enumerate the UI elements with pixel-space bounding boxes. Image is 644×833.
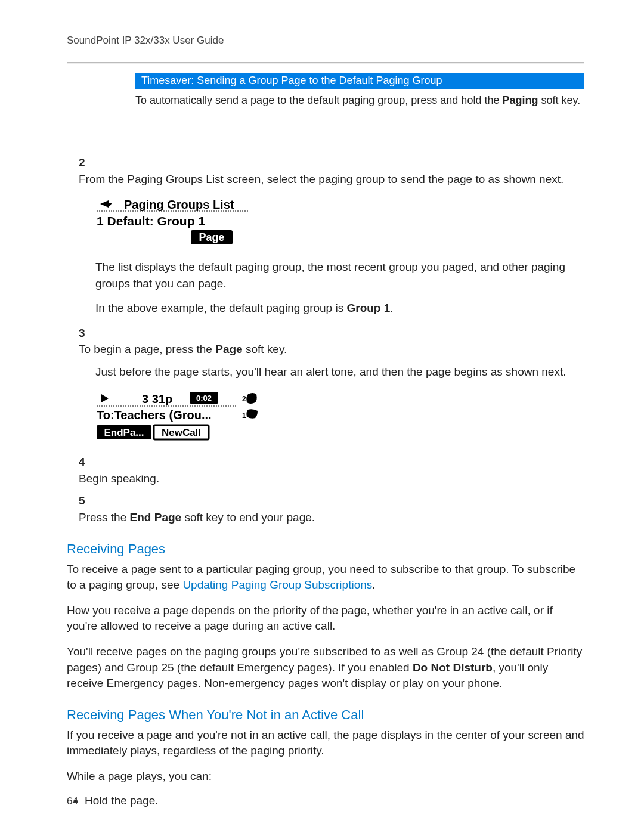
running-head: SoundPoint IP 32x/33x User Guide (67, 35, 584, 47)
lcd-svg: Paging Groups List 1 Default: Group 1 Pa… (95, 196, 250, 248)
para: If you receive a page and you're not in … (67, 727, 584, 759)
text: . (372, 578, 375, 591)
step-2-cont-1: The list displays the default paging gro… (95, 259, 584, 292)
bullet-list: Hold the page. (85, 794, 584, 807)
figure-paging-groups-list: Paging Groups List 1 Default: Group 1 Pa… (95, 196, 584, 248)
text: In the above example, the default paging… (95, 302, 346, 314)
lcd-time: 3 31p (142, 392, 172, 405)
step-2: 2 From the Paging Groups List screen, se… (79, 154, 584, 187)
header-rule (67, 62, 584, 64)
para: To receive a page sent to a particular p… (67, 562, 584, 593)
lcd-sk-newcall: NewCall (162, 427, 201, 438)
phone-icon (246, 410, 258, 419)
step-3: 3 To begin a page, press the Page soft k… (79, 325, 584, 358)
step-number: 5 (79, 493, 95, 509)
list-item: Hold the page. (85, 794, 584, 807)
phone-badge-2: 2 (242, 395, 246, 403)
timesaver-body-pre: To automatically send a page to the defa… (135, 94, 502, 106)
para: While a page plays, you can: (67, 769, 584, 785)
heading-receiving-not-active: Receiving Pages When You're Not in an Ac… (67, 707, 584, 723)
lcd-svg-2: 3 31p 0:02 2 1 To:Teachers (Grou... EndP… (95, 388, 268, 443)
lcd-title: Paging Groups List (124, 198, 234, 211)
step-2-cont-2: In the above example, the default paging… (95, 300, 584, 317)
timesaver-title-bar: Timesaver: Sending a Group Page to the D… (135, 73, 584, 89)
para: How you receive a page depends on the pr… (67, 603, 584, 634)
timesaver-body-bold: Paging (502, 94, 538, 106)
phone-icon (246, 393, 256, 404)
text-bold: End Page (130, 511, 182, 524)
text: . (390, 302, 393, 314)
step-5: 5 Press the End Page soft key to end you… (79, 493, 584, 525)
lcd-line1: 1 Default: Group 1 (97, 214, 205, 228)
step-text: To begin a page, press the Page soft key… (79, 341, 565, 358)
step-text: Press the End Page soft key to end your … (79, 509, 565, 526)
document-page: SoundPoint IP 32x/33x User Guide Timesav… (0, 0, 644, 833)
step-3-cont: Just before the page starts, you'll hear… (95, 364, 584, 380)
timesaver-body: To automatically send a page to the defa… (135, 89, 584, 107)
figure-active-page: 3 31p 0:02 2 1 To:Teachers (Grou... EndP… (95, 388, 584, 443)
step-text: Begin speaking. (79, 470, 565, 487)
text-bold: Page (215, 343, 242, 355)
text: Press the (79, 511, 130, 524)
step-number: 2 (79, 154, 95, 171)
timesaver-callout: Timesaver: Sending a Group Page to the D… (135, 73, 584, 107)
text: soft key. (243, 343, 287, 355)
para: You'll receive pages on the paging group… (67, 644, 584, 692)
step-text: From the Paging Groups List screen, sele… (79, 171, 565, 188)
timesaver-body-post: soft key. (538, 94, 580, 106)
text: To begin a page, press the (79, 343, 215, 355)
step-4: 4 Begin speaking. (79, 454, 584, 487)
lcd-softkey-page: Page (199, 231, 224, 243)
step-number: 3 (79, 325, 95, 342)
text: soft key to end your page. (181, 511, 315, 524)
link-updating-subscriptions[interactable]: Updating Paging Group Subscriptions (182, 578, 372, 591)
lcd-sk-endpage: EndPa... (104, 427, 144, 438)
page-number: 64 (67, 795, 78, 807)
lcd-line2: To:Teachers (Grou... (97, 408, 212, 422)
lcd-timer: 0:02 (196, 394, 212, 402)
phone-badge-1: 1 (242, 411, 246, 420)
heading-receiving-pages: Receiving Pages (67, 541, 584, 557)
text-bold: Do Not Disturb (413, 661, 493, 674)
step-number: 4 (79, 454, 95, 470)
text-bold: Group 1 (346, 302, 390, 314)
